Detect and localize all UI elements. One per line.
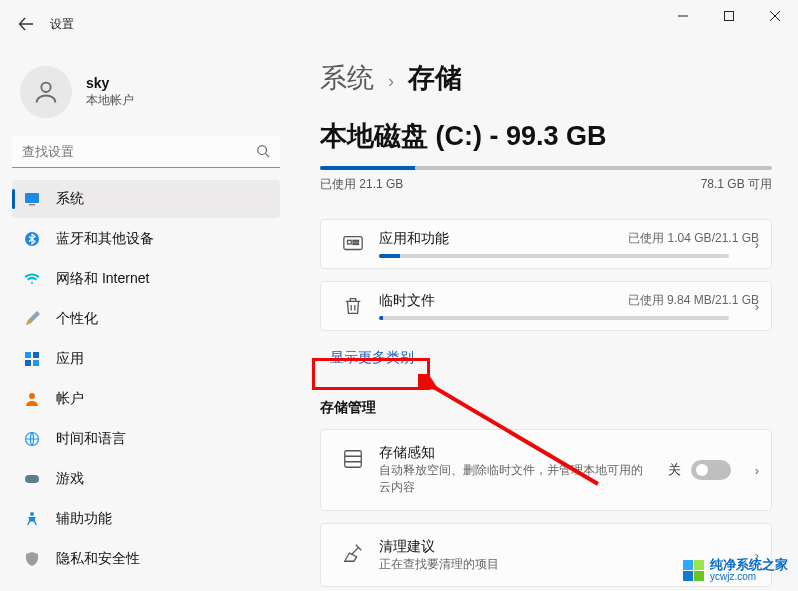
brush-icon: [24, 311, 40, 327]
window-minimize-button[interactable]: [660, 0, 706, 32]
nav-system[interactable]: 系统: [12, 180, 280, 218]
nav-label: 应用: [56, 350, 84, 368]
window-maximize-button[interactable]: [706, 0, 752, 32]
nav-label: 游戏: [56, 470, 84, 488]
apps-features-icon: [333, 233, 373, 255]
storage-management-header: 存储管理: [320, 399, 776, 417]
storage-sense-toggle[interactable]: [691, 460, 731, 480]
bluetooth-icon: [24, 231, 40, 247]
show-more-categories-link[interactable]: 显示更多类别: [320, 343, 424, 373]
svg-rect-16: [353, 240, 359, 241]
svg-rect-0: [725, 12, 734, 21]
avatar-icon: [20, 66, 72, 118]
svg-rect-15: [348, 240, 352, 244]
breadcrumb-current: 存储: [408, 60, 462, 96]
category-title: 临时文件: [379, 292, 435, 310]
back-icon[interactable]: [18, 16, 34, 32]
svg-point-13: [30, 512, 34, 516]
accessibility-icon: [24, 511, 40, 527]
breadcrumb: 系统 › 存储: [320, 60, 776, 96]
nav-label: 辅助功能: [56, 510, 112, 528]
watermark-url: ycwjz.com: [710, 571, 788, 583]
broom-icon: [333, 538, 373, 564]
category-apps[interactable]: 应用和功能 已使用 1.04 GB/21.1 GB ›: [320, 219, 772, 269]
storage-sense-card[interactable]: 存储感知 自动释放空间、删除临时文件，并管理本地可用的云内容 关 ›: [320, 429, 772, 511]
disk-free-text: 78.1 GB 可用: [701, 176, 772, 193]
svg-rect-18: [345, 451, 362, 468]
svg-rect-3: [25, 193, 39, 203]
svg-rect-7: [33, 352, 39, 358]
app-title: 设置: [50, 16, 74, 33]
svg-point-10: [29, 393, 35, 399]
nav-privacy[interactable]: 隐私和安全性: [12, 540, 280, 578]
search-input[interactable]: [12, 136, 280, 168]
nav-label: 帐户: [56, 390, 84, 408]
window-close-button[interactable]: [752, 0, 798, 32]
disk-title: 本地磁盘 (C:) - 99.3 GB: [320, 118, 776, 154]
trash-icon: [333, 295, 373, 317]
cleanup-title: 清理建议: [379, 538, 759, 556]
disk-used-text: 已使用 21.1 GB: [320, 176, 403, 193]
chevron-right-icon: ›: [755, 462, 759, 477]
user-profile[interactable]: sky 本地帐户: [12, 58, 300, 136]
svg-rect-8: [25, 360, 31, 366]
display-icon: [24, 191, 40, 207]
wifi-icon: [24, 271, 40, 287]
nav-label: 蓝牙和其他设备: [56, 230, 154, 248]
user-subtitle: 本地帐户: [86, 92, 134, 109]
watermark: 纯净系统之家 ycwjz.com: [682, 558, 788, 583]
category-usage: 已使用 9.84 MB/21.1 GB: [628, 292, 759, 310]
nav-accessibility[interactable]: 辅助功能: [12, 500, 280, 538]
nav-label: 个性化: [56, 310, 98, 328]
nav-accounts[interactable]: 帐户: [12, 380, 280, 418]
apps-icon: [24, 351, 40, 367]
storage-sense-title: 存储感知: [379, 444, 649, 462]
watermark-title: 纯净系统之家: [710, 558, 788, 571]
chevron-right-icon: ›: [388, 71, 394, 92]
person-icon: [24, 391, 40, 407]
nav-network[interactable]: 网络和 Internet: [12, 260, 280, 298]
nav-label: 隐私和安全性: [56, 550, 140, 568]
storage-sense-icon: [333, 444, 373, 470]
nav-gaming[interactable]: 游戏: [12, 460, 280, 498]
svg-point-1: [41, 83, 50, 92]
nav-label: 时间和语言: [56, 430, 126, 448]
category-title: 应用和功能: [379, 230, 449, 248]
toggle-state-label: 关: [668, 461, 681, 479]
breadcrumb-parent[interactable]: 系统: [320, 60, 374, 96]
nav-bluetooth[interactable]: 蓝牙和其他设备: [12, 220, 280, 258]
nav-personalization[interactable]: 个性化: [12, 300, 280, 338]
category-usage: 已使用 1.04 GB/21.1 GB: [628, 230, 759, 248]
chevron-right-icon: ›: [755, 299, 759, 314]
user-name: sky: [86, 75, 134, 92]
search-icon: [256, 144, 270, 158]
svg-point-2: [258, 146, 267, 155]
nav-time-language[interactable]: 时间和语言: [12, 420, 280, 458]
nav-label: 系统: [56, 190, 84, 208]
disk-usage-bar: [320, 166, 772, 170]
nav-apps[interactable]: 应用: [12, 340, 280, 378]
globe-icon: [24, 431, 40, 447]
nav-label: 网络和 Internet: [56, 270, 149, 288]
watermark-logo-icon: [682, 560, 704, 582]
shield-icon: [24, 551, 40, 567]
svg-rect-12: [25, 475, 39, 483]
svg-rect-6: [25, 352, 31, 358]
svg-rect-4: [29, 204, 35, 206]
chevron-right-icon: ›: [755, 237, 759, 252]
svg-rect-17: [353, 243, 359, 244]
category-temp[interactable]: 临时文件 已使用 9.84 MB/21.1 GB ›: [320, 281, 772, 331]
svg-rect-9: [33, 360, 39, 366]
gamepad-icon: [24, 471, 40, 487]
storage-sense-desc: 自动释放空间、删除临时文件，并管理本地可用的云内容: [379, 462, 649, 496]
